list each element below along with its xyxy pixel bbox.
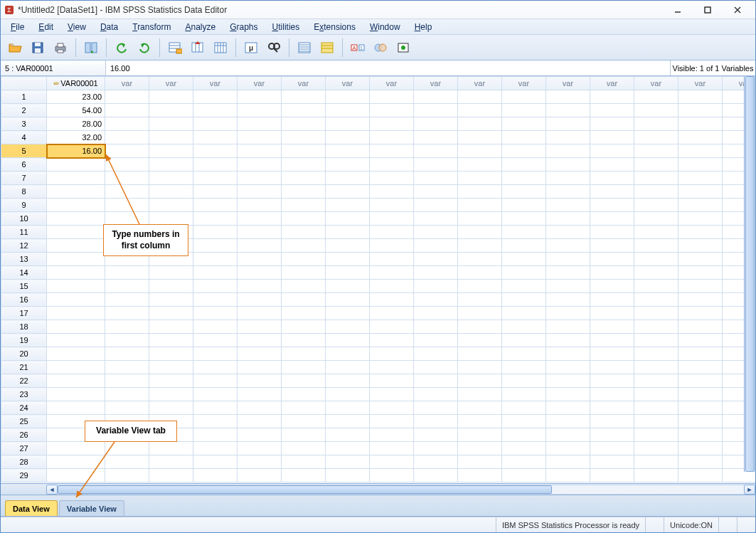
data-cell-empty[interactable] — [590, 442, 634, 455]
data-cell-empty[interactable] — [590, 374, 634, 388]
data-cell-empty[interactable] — [546, 226, 590, 239]
data-cell-empty[interactable] — [414, 117, 458, 131]
data-cell-empty[interactable] — [502, 144, 546, 158]
data-cell-empty[interactable] — [634, 293, 678, 307]
data-cell-empty[interactable] — [282, 212, 326, 226]
data-cell-empty[interactable] — [326, 117, 370, 131]
data-cell-empty[interactable] — [105, 293, 149, 307]
row-header[interactable]: 26 — [1, 428, 47, 442]
menu-analyze[interactable]: Analyze — [178, 21, 223, 33]
column-header-placeholder[interactable]: var — [414, 77, 458, 90]
use-sets-icon[interactable] — [371, 38, 390, 58]
data-cell-empty[interactable] — [238, 415, 282, 428]
data-cell-empty[interactable] — [282, 469, 326, 482]
data-cell-empty[interactable] — [502, 307, 546, 320]
data-cell-empty[interactable] — [458, 266, 502, 280]
data-cell-empty[interactable] — [634, 388, 678, 401]
data-cell-empty[interactable] — [590, 388, 634, 401]
data-cell-empty[interactable] — [414, 226, 458, 239]
data-cell-empty[interactable] — [590, 280, 634, 293]
data-cell-empty[interactable] — [546, 104, 590, 117]
minimize-button[interactable] — [663, 2, 693, 18]
column-header-placeholder[interactable]: var — [634, 77, 678, 90]
data-cell-empty[interactable] — [546, 280, 590, 293]
data-cell-empty[interactable] — [678, 415, 723, 428]
data-cell-empty[interactable] — [149, 280, 193, 293]
data-cell-empty[interactable] — [458, 90, 502, 104]
data-cell-empty[interactable] — [414, 212, 458, 226]
menu-extensions[interactable]: Extensions — [307, 21, 363, 33]
data-cell-empty[interactable] — [193, 131, 238, 144]
data-cell-empty[interactable] — [326, 280, 370, 293]
data-cell-empty[interactable] — [458, 131, 502, 144]
horizontal-scrollbar[interactable]: ◄ ► — [1, 483, 755, 495]
data-cell-empty[interactable] — [326, 293, 370, 307]
data-cell-empty[interactable] — [678, 469, 723, 482]
data-cell-empty[interactable] — [414, 388, 458, 401]
row-header[interactable]: 4 — [1, 131, 47, 144]
data-cell[interactable]: 32.00 — [47, 131, 105, 144]
data-cell-empty[interactable] — [370, 171, 414, 185]
data-cell-empty[interactable] — [282, 388, 326, 401]
data-cell-empty[interactable] — [149, 388, 193, 401]
data-cell-empty[interactable] — [370, 320, 414, 334]
scroll-right-icon[interactable]: ► — [744, 485, 755, 495]
data-cell-empty[interactable] — [458, 158, 502, 171]
data-cell-empty[interactable] — [238, 280, 282, 293]
data-cell-empty[interactable] — [458, 334, 502, 347]
data-cell-empty[interactable] — [105, 131, 149, 144]
data-cell-empty[interactable] — [414, 401, 458, 415]
data-cell-empty[interactable] — [238, 90, 282, 104]
menu-edit[interactable]: Edit — [31, 21, 60, 33]
data-cell-empty[interactable] — [678, 293, 723, 307]
data-cell-empty[interactable] — [502, 253, 546, 266]
data-cell-empty[interactable] — [546, 374, 590, 388]
data-cell-empty[interactable] — [634, 469, 678, 482]
data-cell-empty[interactable] — [546, 171, 590, 185]
data-cell-empty[interactable] — [149, 171, 193, 185]
data-cell-empty[interactable] — [282, 334, 326, 347]
column-header-placeholder[interactable]: var — [502, 77, 546, 90]
data-cell-empty[interactable] — [678, 280, 723, 293]
data-cell-empty[interactable] — [370, 442, 414, 455]
data-cell-empty[interactable] — [678, 253, 723, 266]
data-cell-empty[interactable] — [678, 212, 723, 226]
data-cell-empty[interactable] — [590, 320, 634, 334]
data-cell-empty[interactable] — [370, 455, 414, 469]
data-cell-empty[interactable] — [458, 469, 502, 482]
row-header[interactable]: 21 — [1, 361, 47, 374]
data-cell-empty[interactable] — [414, 320, 458, 334]
data-cell-empty[interactable] — [149, 144, 193, 158]
data-cell-empty[interactable] — [678, 307, 723, 320]
data-cell-empty[interactable] — [458, 320, 502, 334]
data-cell-empty[interactable] — [105, 455, 149, 469]
data-cell-empty[interactable] — [458, 171, 502, 185]
data-cell-empty[interactable] — [149, 104, 193, 117]
data-cell-empty[interactable] — [326, 199, 370, 212]
data-cell-empty[interactable] — [326, 334, 370, 347]
cell-value-editor[interactable]: 16.00 — [106, 60, 670, 75]
data-cell-empty[interactable] — [590, 144, 634, 158]
open-icon[interactable] — [5, 38, 25, 58]
data-cell-empty[interactable] — [326, 374, 370, 388]
data-cell-empty[interactable] — [282, 131, 326, 144]
value-labels-icon[interactable]: A1 — [348, 38, 368, 58]
run-descriptives-icon[interactable]: μ — [241, 38, 261, 58]
data-cell-empty[interactable] — [238, 185, 282, 199]
split-file-icon[interactable] — [294, 38, 314, 58]
data-cell-empty[interactable] — [149, 307, 193, 320]
data-cell-empty[interactable] — [590, 226, 634, 239]
data-cell-empty[interactable] — [326, 361, 370, 374]
data-cell-empty[interactable] — [634, 455, 678, 469]
data-cell-empty[interactable] — [678, 442, 723, 455]
data-cell-empty[interactable] — [238, 320, 282, 334]
data-cell-empty[interactable] — [502, 320, 546, 334]
data-cell-empty[interactable] — [238, 455, 282, 469]
data-cell-empty[interactable] — [282, 293, 326, 307]
data-cell-empty[interactable] — [546, 158, 590, 171]
data-cell-empty[interactable] — [326, 428, 370, 442]
data-cell-empty[interactable] — [105, 361, 149, 374]
data-cell[interactable] — [47, 320, 105, 334]
data-cell-empty[interactable] — [105, 90, 149, 104]
data-cell-empty[interactable] — [193, 388, 238, 401]
